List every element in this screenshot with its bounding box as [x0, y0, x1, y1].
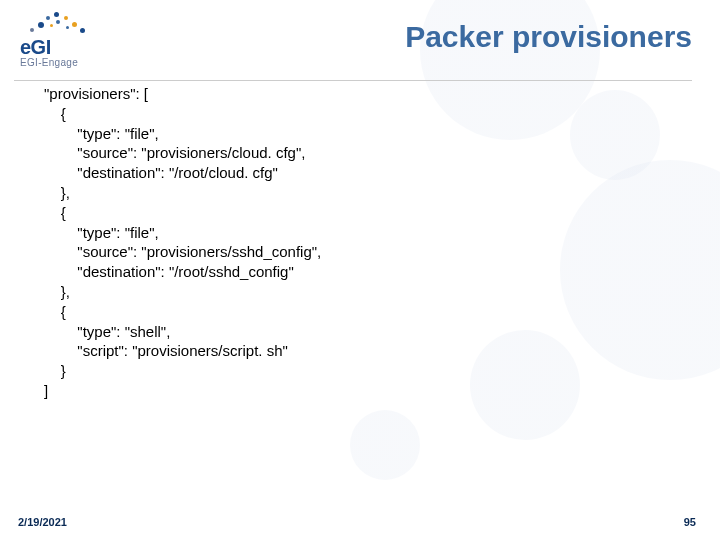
code-line: "destination": "/root/cloud. cfg" — [44, 164, 278, 181]
slide-title: Packer provisioners — [405, 20, 692, 54]
code-line: { — [44, 303, 66, 320]
code-line: "script": "provisioners/script. sh" — [44, 342, 288, 359]
code-line: { — [44, 105, 66, 122]
code-line: } — [44, 362, 66, 379]
code-line: "source": "provisioners/sshd_config", — [44, 243, 321, 260]
brand-subtitle: EGI-Engage — [20, 57, 78, 68]
code-line: "type": "file", — [44, 125, 159, 142]
footer-date: 2/19/2021 — [18, 516, 67, 528]
brand-name: eGI — [20, 36, 51, 59]
footer-page: 95 — [684, 516, 696, 528]
code-line: ] — [44, 382, 48, 399]
code-line: { — [44, 204, 66, 221]
code-line: "provisioners": [ — [44, 85, 148, 102]
code-line: "type": "shell", — [44, 323, 170, 340]
code-line: "type": "file", — [44, 224, 159, 241]
brand-logo: eGI EGI-Engage — [14, 10, 104, 70]
code-block: "provisioners": [ { "type": "file", "sou… — [0, 70, 720, 401]
code-line: }, — [44, 283, 70, 300]
code-line: }, — [44, 184, 70, 201]
code-line: "source": "provisioners/cloud. cfg", — [44, 144, 305, 161]
code-line: "destination": "/root/sshd_config" — [44, 263, 294, 280]
